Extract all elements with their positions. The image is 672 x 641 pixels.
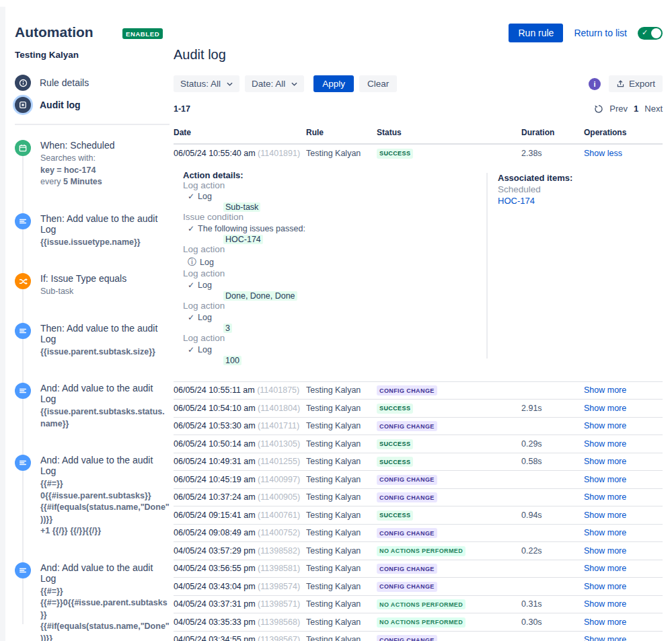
row-date: 04/05/24 03:56:55 pm (11398581) xyxy=(174,564,306,573)
result-range: 1-17 xyxy=(174,104,190,114)
show-more-link[interactable]: Show more xyxy=(584,404,626,413)
row-status: CONFIG CHANGE xyxy=(377,564,521,574)
show-more-link[interactable]: Show more xyxy=(584,475,626,484)
apply-button[interactable]: Apply xyxy=(313,75,354,92)
check-icon: ✓ xyxy=(188,313,194,322)
refresh-icon[interactable] xyxy=(594,104,603,114)
list-icon xyxy=(15,323,31,339)
step-description: {{issue.parent.subtasks.status.name}} xyxy=(40,406,170,430)
table-row: 04/05/24 03:56:55 pm (11398581) Testing … xyxy=(174,560,663,578)
row-status: SUCCESS xyxy=(377,457,521,467)
action-entry: Issue condition ✓The following issues pa… xyxy=(183,213,486,244)
rule-step[interactable]: If: Issue Type equals Sub-task xyxy=(15,273,170,298)
run-rule-button[interactable]: Run rule xyxy=(509,24,563,42)
row-rule: Testing Kalyan xyxy=(306,439,377,449)
list-icon xyxy=(15,455,31,471)
rule-step[interactable]: And: Add value to the audit Log {{#=}} 0… xyxy=(15,455,170,537)
rule-enabled-toggle[interactable]: ✓ xyxy=(638,27,663,40)
row-duration: 0.29s xyxy=(521,439,584,449)
action-result: Log xyxy=(198,313,212,322)
step-description: {{issue.parent.subtask.size}} xyxy=(40,346,170,359)
row-status: CONFIG CHANGE xyxy=(377,492,521,503)
status-badge: CONFIG CHANGE xyxy=(377,385,437,395)
action-details-list: Log action ✓Log Sub-task Issue condition… xyxy=(183,181,486,365)
row-date: 06/05/24 10:37:24 am (11400905) xyxy=(174,492,306,502)
show-more-link[interactable]: Show more xyxy=(584,492,626,502)
show-more-link[interactable]: Show more xyxy=(584,528,626,537)
row-rule: Testing Kalyan xyxy=(306,149,377,158)
step-description: {{#=}}{{#=}}0{{#issue.parent.subtasks}}{… xyxy=(40,586,170,641)
check-icon: ✓ xyxy=(188,192,194,201)
prev-page-link[interactable]: Prev xyxy=(609,104,628,114)
show-more-link[interactable]: Show more xyxy=(584,564,626,573)
show-more-link[interactable]: Show more xyxy=(584,582,626,591)
associated-issue-link[interactable]: HOC-174 xyxy=(498,196,663,206)
rule-step[interactable]: When: Scheduled Searches with:key = hoc-… xyxy=(15,140,170,188)
show-more-link[interactable]: Show more xyxy=(584,439,626,449)
status-badge: SUCCESS xyxy=(377,404,413,414)
show-less-link[interactable]: Show less xyxy=(584,149,622,158)
show-more-link[interactable]: Show more xyxy=(584,385,626,395)
row-rule: Testing Kalyan xyxy=(306,421,377,430)
rule-step[interactable]: And: Add value to the audit Log {{#=}}{{… xyxy=(15,562,170,641)
row-duration: 2.38s xyxy=(521,149,584,158)
status-badge: NO ACTIONS PERFORMED xyxy=(377,599,465,609)
table-row: 04/05/24 03:37:31 pm (11398571) Testing … xyxy=(174,596,663,614)
action-value: 3 xyxy=(223,324,232,333)
return-to-list-link[interactable]: Return to list xyxy=(574,28,627,38)
rule-step[interactable]: Then: Add value to the audit Log {{issue… xyxy=(15,323,170,359)
sidebar-item-rule-details[interactable]: Rule details xyxy=(15,75,170,91)
row-date: 06/05/24 10:54:10 am (11401804) xyxy=(174,404,306,413)
action-entry: Log action ✓Log Sub-task xyxy=(183,181,486,213)
info-icon xyxy=(15,75,31,91)
action-value: 100 xyxy=(223,356,241,365)
row-duration: 0.94s xyxy=(521,511,584,520)
show-more-link[interactable]: Show more xyxy=(584,617,626,627)
row-rule: Testing Kalyan xyxy=(306,617,377,627)
rule-step[interactable]: Then: Add value to the audit Log {{issue… xyxy=(15,213,170,249)
show-more-link[interactable]: Show more xyxy=(584,457,626,466)
info-icon[interactable]: i xyxy=(589,78,601,90)
header-actions: Run rule Return to list ✓ xyxy=(509,24,663,42)
row-date: 06/05/24 10:49:31 am (11401255) xyxy=(174,457,306,466)
action-details: Action details: Log action ✓Log Sub-task… xyxy=(174,170,486,365)
status-badge: CONFIG CHANGE xyxy=(377,528,437,538)
show-more-link[interactable]: Show more xyxy=(584,546,626,556)
status-badge: CONFIG CHANGE xyxy=(377,635,437,641)
row-rule: Testing Kalyan xyxy=(306,564,377,573)
associated-items: Associated items: ScheduledHOC-174 xyxy=(486,173,663,359)
row-date: 06/05/24 09:08:49 am (11400752) xyxy=(174,528,306,537)
rule-step[interactable]: And: Add value to the audit Log {{issue.… xyxy=(15,383,170,430)
action-label: Issue condition xyxy=(183,213,486,223)
sidebar-item-audit-log[interactable]: Audit log xyxy=(15,97,170,113)
action-value: Sub-task xyxy=(223,202,260,212)
show-more-link[interactable]: Show more xyxy=(584,635,626,641)
show-more-link[interactable]: Show more xyxy=(584,511,626,520)
row-id: (11401305) xyxy=(258,439,300,449)
row-id: (11398574) xyxy=(258,582,300,591)
row-status: SUCCESS xyxy=(377,439,521,449)
table-row: 06/05/24 10:37:24 am (11400905) Testing … xyxy=(174,489,663,507)
step-title: And: Add value to the audit Log xyxy=(40,562,170,584)
export-button[interactable]: Export xyxy=(609,75,663,92)
row-id: (11401891) xyxy=(258,149,300,158)
step-title: Then: Add value to the audit Log xyxy=(40,323,170,344)
row-date: 04/05/24 03:43:04 pm (11398574) xyxy=(174,582,306,591)
action-value: HOC-174 xyxy=(223,235,263,244)
status-badge: CONFIG CHANGE xyxy=(377,564,437,574)
expanded-detail-panel: Action details: Log action ✓Log Sub-task… xyxy=(174,162,663,382)
check-icon: ✓ xyxy=(642,28,648,37)
next-page-link[interactable]: Next xyxy=(644,104,663,114)
status-filter-dropdown[interactable]: Status: All xyxy=(174,75,239,92)
row-rule: Testing Kalyan xyxy=(306,528,377,537)
row-date: 06/05/24 10:50:14 am (11401305) xyxy=(174,439,306,449)
table-row: 06/05/24 10:45:19 am (11400997) Testing … xyxy=(174,471,663,489)
date-filter-dropdown[interactable]: Date: All xyxy=(245,75,304,92)
sidebar-item-label: Audit log xyxy=(40,100,81,110)
show-more-link[interactable]: Show more xyxy=(584,421,626,430)
row-rule: Testing Kalyan xyxy=(306,492,377,502)
show-more-link[interactable]: Show more xyxy=(584,599,626,609)
clear-button[interactable]: Clear xyxy=(359,75,397,92)
row-id: (11398581) xyxy=(258,564,300,573)
row-rule: Testing Kalyan xyxy=(306,385,377,395)
